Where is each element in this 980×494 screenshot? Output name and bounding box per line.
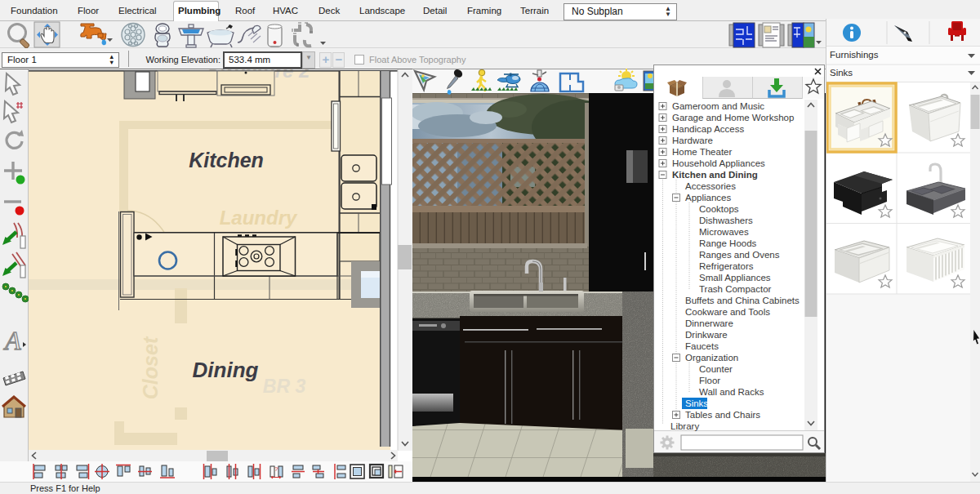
svg-text:Gameroom and Music: Gameroom and Music xyxy=(672,101,764,111)
svg-text:Refrigerators: Refrigerators xyxy=(699,261,754,271)
svg-text:Dining: Dining xyxy=(193,358,259,382)
svg-text:Hardware: Hardware xyxy=(672,136,713,145)
svg-text:Accessories: Accessories xyxy=(685,181,736,191)
svg-text:Sinks: Sinks xyxy=(830,68,853,78)
svg-text:BR 3: BR 3 xyxy=(263,376,306,397)
svg-text:Kitchen and Dining: Kitchen and Dining xyxy=(672,170,758,180)
svg-text:Cooktops: Cooktops xyxy=(699,204,739,214)
svg-text:Furnishings: Furnishings xyxy=(830,50,879,60)
svg-text:Drinkware: Drinkware xyxy=(685,330,728,340)
svg-text:Dinnerware: Dinnerware xyxy=(685,318,733,328)
svg-text:Garage and Home Workshop: Garage and Home Workshop xyxy=(672,113,794,122)
svg-text:Range Hoods: Range Hoods xyxy=(699,238,757,248)
svg-text:Organization: Organization xyxy=(685,353,738,363)
svg-text:A: A xyxy=(3,326,21,355)
svg-text:Dishwashers: Dishwashers xyxy=(699,216,753,225)
svg-text:Closet: Closet xyxy=(139,336,162,399)
svg-text:Buffets and China Cabinets: Buffets and China Cabinets xyxy=(685,296,800,305)
svg-text:Floor: Floor xyxy=(699,376,720,385)
svg-text:Cookware and Tools: Cookware and Tools xyxy=(685,307,770,317)
svg-text:Trash Compactor: Trash Compactor xyxy=(699,284,772,294)
svg-text:Counter: Counter xyxy=(699,364,733,374)
svg-text:Kitchen: Kitchen xyxy=(189,149,264,171)
svg-text:Tables and Chairs: Tables and Chairs xyxy=(685,410,760,420)
svg-text:Handicap Access: Handicap Access xyxy=(672,124,744,134)
svg-text:Faucets: Faucets xyxy=(685,341,719,351)
svg-text:Wall and Racks: Wall and Racks xyxy=(699,387,764,397)
svg-text:Household Appliances: Household Appliances xyxy=(672,158,765,168)
svg-text:Home Theater: Home Theater xyxy=(672,147,732,157)
svg-text:Appliances: Appliances xyxy=(685,193,732,202)
svg-text:Microwaves: Microwaves xyxy=(699,227,749,237)
svg-text:Laundry: Laundry xyxy=(220,207,298,229)
svg-text:Library: Library xyxy=(670,421,699,431)
svg-text:Small Appliances: Small Appliances xyxy=(699,273,771,283)
svg-text:Ranges and Ovens: Ranges and Ovens xyxy=(699,250,780,260)
svg-text:Sinks: Sinks xyxy=(685,398,708,408)
